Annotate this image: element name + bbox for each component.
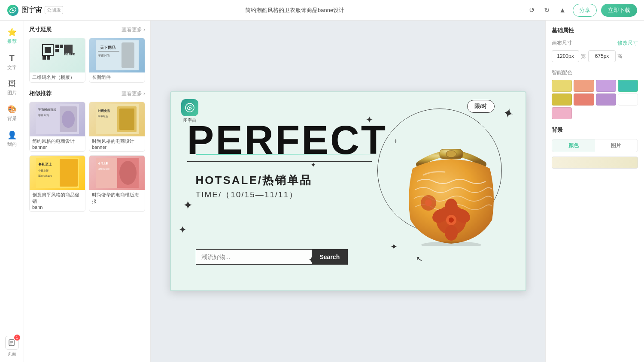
size-thumb-grid: PERFECT 二维码名片（横版） 天下网品 宇宙时尚 长图组件 xyxy=(29,38,145,83)
sidebar-item-background[interactable]: 🎨 背景 xyxy=(2,101,22,125)
right-panel-title: 基础属性 xyxy=(552,27,638,34)
color-swatch-8[interactable] xyxy=(618,94,638,106)
canvas-search-input[interactable] xyxy=(196,249,312,265)
svg-point-54 xyxy=(425,199,432,206)
share-button[interactable]: 分享 xyxy=(573,4,597,17)
height-input[interactable] xyxy=(588,50,616,62)
sidebar-item-text[interactable]: T 文字 xyxy=(2,50,22,74)
color-swatch-3[interactable] xyxy=(596,80,616,92)
sidebar-label-image: 图片 xyxy=(7,90,17,96)
hotsale-text: HOTSALE/热销单品 xyxy=(196,174,312,187)
canvas-size-row: 画布尺寸 修改尺寸 xyxy=(552,39,638,47)
svg-rect-13 xyxy=(47,56,50,60)
mine-icon: 👤 xyxy=(7,130,17,140)
sidebar-item-mine[interactable]: 👤 我的 xyxy=(2,127,22,151)
canvas-search-button[interactable]: Search xyxy=(312,249,348,265)
logo-icon xyxy=(7,4,19,16)
bg-toggle: 颜色 图片 xyxy=(552,139,638,152)
star-deco-4: ✦ xyxy=(310,161,316,169)
width-unit: 宽 xyxy=(581,53,586,60)
svg-rect-15 xyxy=(64,45,73,53)
topbar-actions: ↺ ↻ ▲ 分享 立即下载 xyxy=(526,4,637,17)
design-canvas[interactable]: 图宇宙 PERFECT HOTSALE/热销单品 TIME/（10/15—11/… xyxy=(170,91,526,291)
bg-color-strip[interactable] xyxy=(552,157,638,169)
sidebar-label-text: 文字 xyxy=(7,64,17,71)
svg-text:字幕 时尚: 字幕 时尚 xyxy=(38,114,49,117)
canvas-time: TIME/（10/15—11/11） xyxy=(196,189,298,200)
upload-button[interactable]: ▲ xyxy=(556,5,568,16)
thumb-banner-card[interactable]: 天下网品 宇宙时尚 长图组件 xyxy=(89,38,145,83)
svg-text:宇宙时尚: 宇宙时尚 xyxy=(98,54,110,57)
thumb-qr-card[interactable]: PERFECT 二维码名片（横版） xyxy=(29,38,85,83)
color-swatch-6[interactable] xyxy=(574,94,594,106)
sidebar-item-recommend[interactable]: ⭐ 推荐 xyxy=(2,24,22,48)
color-swatch-7[interactable] xyxy=(596,94,616,106)
left-panel: 尺寸延展 查看更多 › PERFECT xyxy=(24,21,151,362)
similar-item-3[interactable]: 冬礼至士 今日上新 满500减100 创意扁平风格的商品促销bann xyxy=(29,155,85,212)
width-input-group: 宽 xyxy=(552,50,586,62)
recommend-icon: ⭐ xyxy=(7,27,17,37)
similar-img-3: 冬礼至士 今日上新 满500减100 xyxy=(30,156,85,190)
page-nav: 1 页面 xyxy=(5,336,19,357)
thumb-qr-img: PERFECT xyxy=(30,38,85,72)
sidebar-label-background: 背景 xyxy=(7,115,17,122)
color-swatch-2[interactable] xyxy=(574,80,594,92)
canvas-perfect-text: PERFECT xyxy=(187,120,388,162)
svg-rect-30 xyxy=(119,109,134,130)
canvas-hotsale: HOTSALE/热销单品 xyxy=(196,173,312,188)
image-icon: 🖼 xyxy=(8,79,16,88)
similar-label-2: 时尚风格的电商设计banner xyxy=(89,136,145,151)
width-input[interactable] xyxy=(552,50,579,62)
color-swatch-5[interactable] xyxy=(552,94,572,106)
app-logo: 图宇宙 公测版 xyxy=(7,4,63,16)
text-icon: T xyxy=(9,53,14,63)
star-deco-1: ✦ xyxy=(183,199,193,211)
svg-point-52 xyxy=(449,217,454,223)
app-name: 图宇宙 xyxy=(21,6,42,15)
perfect-word: PERFECT xyxy=(187,118,388,163)
svg-rect-20 xyxy=(122,42,134,68)
svg-rect-10 xyxy=(55,49,59,52)
svg-rect-8 xyxy=(45,47,51,53)
similar-item-4[interactable]: 今日上新 满500减100 时尚奢华的电商模版海报 xyxy=(89,155,145,212)
canvas-size-inputs: 宽 高 xyxy=(552,50,638,62)
modify-size-link[interactable]: 修改尺寸 xyxy=(617,39,638,47)
similar-item-2[interactable]: 时周尖品 字幕组合 时尚风格的电商设计banner xyxy=(89,102,145,152)
bg-color-tab[interactable]: 颜色 xyxy=(552,139,595,152)
document-title: 简约潮酷风格的卫衣服饰商品banne设计 xyxy=(70,6,519,14)
svg-text:宇宙时尚前沿: 宇宙时尚前沿 xyxy=(38,108,56,111)
svg-point-49 xyxy=(445,199,458,216)
height-input-group: 高 xyxy=(588,50,622,62)
similar-item-1[interactable]: 宇宙时尚前沿 字幕 时尚 简约风格的电商设计banner xyxy=(29,102,85,152)
right-panel: 基础属性 画布尺寸 修改尺寸 宽 高 智能配色 xyxy=(545,21,644,362)
cursor-icon: ↖ xyxy=(415,254,423,264)
svg-point-40 xyxy=(119,161,137,185)
svg-rect-35 xyxy=(60,159,78,187)
page-badge[interactable]: 1 xyxy=(5,336,19,350)
svg-text:字幕组合: 字幕组合 xyxy=(98,115,108,118)
size-section-more[interactable]: 查看更多 › xyxy=(122,26,145,33)
svg-point-45 xyxy=(446,151,456,157)
svg-point-43 xyxy=(189,107,191,109)
canvas-search-bar[interactable]: Search xyxy=(196,249,348,265)
undo-button[interactable]: ↺ xyxy=(526,4,537,16)
download-button[interactable]: 立即下载 xyxy=(601,4,637,17)
similar-section-more[interactable]: 查看更多 › xyxy=(122,90,145,97)
bg-image-tab[interactable]: 图片 xyxy=(595,139,638,152)
canvas-size-label: 画布尺寸 xyxy=(552,39,572,47)
background-icon: 🎨 xyxy=(7,105,17,114)
color-swatch-4[interactable] xyxy=(618,80,638,92)
svg-text:满500减100: 满500减100 xyxy=(98,168,109,170)
color-swatch-9[interactable] xyxy=(552,107,572,119)
color-swatch-1[interactable] xyxy=(552,80,572,92)
svg-text:时周尖品: 时周尖品 xyxy=(98,109,110,112)
redo-button[interactable]: ↻ xyxy=(541,4,552,16)
svg-point-50 xyxy=(445,225,458,241)
color-palette-grid xyxy=(552,80,638,119)
similar-label-4: 时尚奢华的电商模版海报 xyxy=(89,190,145,206)
sidebar-item-image[interactable]: 🖼 图片 xyxy=(2,76,22,100)
canvas-logo-icon xyxy=(181,99,198,116)
svg-point-2 xyxy=(12,9,14,11)
size-section-header: 尺寸延展 查看更多 › xyxy=(29,26,145,33)
svg-rect-11 xyxy=(60,45,63,48)
